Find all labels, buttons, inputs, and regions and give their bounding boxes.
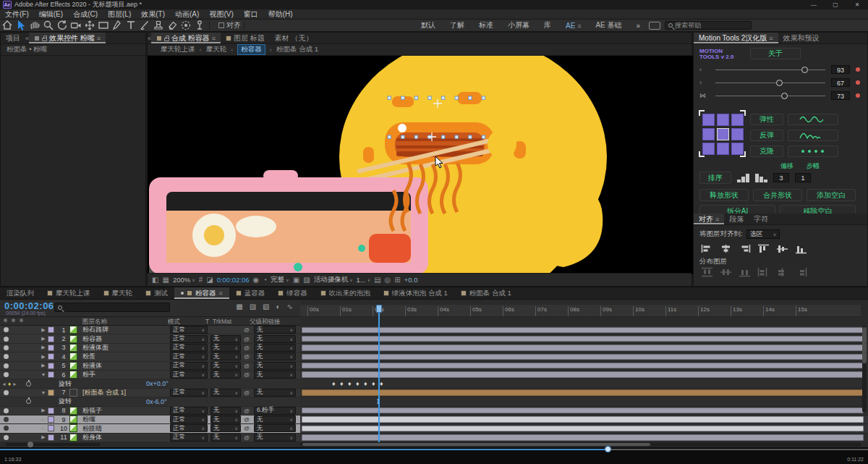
layer-track[interactable] — [300, 407, 868, 416]
keyframe-dot-icon[interactable] — [856, 93, 860, 98]
rectangle-tool-icon[interactable] — [96, 20, 110, 31]
layer-name[interactable]: 粉容器 — [82, 334, 170, 344]
anchor-grid[interactable] — [702, 114, 744, 155]
layer-duration-bar[interactable] — [302, 336, 864, 342]
layer-row-7[interactable]: ▼7[粉面条 合成 1]正常∨无∨@无∨ — [0, 389, 868, 397]
parent-dropdown[interactable]: 无∨ — [254, 344, 300, 352]
sort-ascending-icon[interactable] — [737, 174, 749, 182]
layer-name[interactable]: [粉面条 合成 1] — [82, 388, 170, 397]
elastic-curve-icon[interactable] — [788, 114, 838, 125]
pick-whip-icon[interactable]: @ — [244, 336, 254, 342]
zoom-slider-thumb[interactable] — [27, 442, 33, 447]
timeline-tab-1[interactable]: 摩天轮上课 — [41, 287, 97, 299]
twirl-icon[interactable]: ▼ — [39, 372, 48, 377]
workspace-ae-tab[interactable]: AE ≡ — [558, 22, 588, 30]
elastic-button[interactable]: 弹性 — [750, 114, 783, 125]
shy-layers-icon[interactable]: ▨ — [250, 303, 256, 311]
workspace-3[interactable]: 小屏幕 — [501, 20, 537, 30]
workspace-0[interactable]: 默认 — [414, 20, 443, 30]
align-checkbox[interactable] — [218, 22, 224, 28]
property-value[interactable]: 0x-6.0° — [146, 398, 167, 405]
mini-flowchart-icon[interactable]: ▩ — [236, 303, 242, 311]
timeline-tab-7[interactable]: 吹出来的泡泡 — [314, 287, 377, 299]
layer-duration-bar[interactable] — [302, 371, 864, 377]
align-top-icon[interactable] — [757, 244, 770, 254]
layer-track[interactable] — [300, 434, 868, 442]
layer-track[interactable] — [300, 334, 868, 343]
layer-row-10[interactable]: ▶10粉眼睛正常∨无∨@无∨ — [0, 424, 868, 433]
layer-duration-bar[interactable] — [302, 354, 864, 360]
trkmat-dropdown[interactable]: 无∨ — [210, 362, 244, 370]
slider-track[interactable] — [715, 96, 825, 96]
tab-effect-controls[interactable]: 效果控件 粉嘴 ≡ — [29, 33, 106, 43]
layer-track[interactable] — [300, 362, 868, 371]
eye-icon[interactable] — [4, 426, 9, 431]
align-bottom-icon[interactable] — [795, 244, 807, 254]
stamp-tool-icon[interactable] — [151, 20, 165, 31]
slider-knob[interactable] — [776, 80, 783, 86]
trkmat-dropdown[interactable]: 无∨ — [210, 434, 244, 442]
twirl-icon[interactable]: ▶ — [39, 327, 48, 333]
viewer-tab-0[interactable]: 合成 粉容器≡ — [151, 33, 221, 43]
resolution-dropdown[interactable]: 完整∨ — [271, 275, 289, 284]
layer-name[interactable]: 粉嘴 — [82, 415, 170, 424]
zoom-tool-icon[interactable] — [41, 20, 55, 31]
workspace-2[interactable]: 标准 — [472, 20, 501, 30]
eye-icon[interactable] — [4, 408, 9, 413]
timeline-tab-2[interactable]: 摩天轮 — [97, 287, 140, 299]
layer-duration-bar[interactable] — [302, 389, 864, 395]
magnification-icon[interactable]: ◧ — [152, 276, 158, 284]
trkmat-dropdown[interactable]: 无∨ — [210, 407, 244, 415]
frame-blend-icon[interactable]: ▧ — [263, 303, 269, 311]
camera-dropdown[interactable]: 活动摄像机∨ — [314, 275, 353, 284]
stopwatch-icon[interactable] — [26, 399, 31, 404]
timeline-tab-0[interactable]: 渲染队列 — [0, 287, 41, 299]
label-color-swatch[interactable] — [48, 425, 58, 431]
stride-value-field[interactable]: 1 — [795, 173, 811, 182]
label-color-swatch[interactable] — [48, 371, 58, 378]
layer-row-11[interactable]: ▶11粉身体正常∨无∨@无∨ — [0, 434, 868, 442]
twirl-icon[interactable]: ▶ — [39, 408, 48, 413]
snapshot-icon[interactable]: ◉ — [253, 276, 260, 284]
menu-item-0[interactable]: 文件(F) — [0, 9, 34, 20]
timeline-tab-5[interactable]: 蓝容器 — [229, 287, 272, 299]
workspace-1[interactable]: 了解 — [443, 20, 472, 30]
parent-dropdown[interactable]: 无∨ — [254, 434, 300, 442]
selection-tool-icon[interactable] — [14, 20, 27, 31]
menu-item-6[interactable]: 视图(V) — [204, 9, 238, 20]
align-right-icon[interactable] — [739, 244, 751, 254]
layer-name[interactable]: 粉液体面 — [82, 343, 170, 353]
slider-track[interactable] — [715, 83, 825, 83]
mode-dropdown[interactable]: 正常∨ — [170, 344, 210, 352]
distribute-right-icon[interactable] — [795, 267, 807, 277]
parent-dropdown[interactable]: 无∨ — [254, 371, 300, 379]
layer-track[interactable] — [300, 389, 868, 397]
mode-dropdown[interactable]: 正常∨ — [170, 416, 210, 423]
parent-dropdown[interactable]: 无∨ — [254, 353, 300, 360]
playhead[interactable] — [378, 305, 380, 442]
close-button[interactable]: ✕ — [846, 0, 868, 9]
layer-row-1[interactable]: ▶1粉石路牌正常∨@无∨ — [0, 326, 868, 334]
mode-dropdown[interactable]: 正常∨ — [170, 424, 210, 432]
distribute-bottom-icon[interactable] — [739, 267, 751, 277]
mode-dropdown[interactable]: 正常∨ — [170, 335, 210, 343]
mode-dropdown[interactable]: 正常∨ — [170, 353, 210, 360]
layer-row-2[interactable]: ▶2粉容器正常∨无∨@无∨ — [0, 334, 868, 343]
preview-monitor-icon[interactable]: ▦ — [162, 276, 169, 284]
mode-dropdown[interactable]: 正常∨ — [170, 407, 210, 415]
eye-icon[interactable] — [4, 354, 9, 359]
player-progress-handle[interactable] — [605, 446, 611, 452]
trkmat-dropdown[interactable]: 无∨ — [210, 335, 244, 343]
menu-item-1[interactable]: 编辑(E) — [34, 9, 68, 20]
bounce-curve-icon[interactable] — [788, 130, 838, 141]
label-color-swatch[interactable] — [48, 326, 58, 333]
keyframe-icon[interactable]: ♦ — [356, 380, 359, 387]
bounce-button[interactable]: 反弹 — [750, 130, 783, 141]
align-center-h-icon[interactable] — [720, 244, 732, 254]
offset-value-field[interactable]: 3 — [773, 173, 789, 182]
label-color-swatch[interactable] — [48, 353, 58, 360]
pick-whip-icon[interactable]: @ — [244, 434, 254, 441]
timeline-tab-8[interactable]: 绿液体泡泡 合成 1 — [377, 287, 454, 299]
layer-row-8[interactable]: ▶8粉筷子正常∨无∨@6.粉手∨ — [0, 407, 868, 416]
parent-dropdown[interactable]: 无∨ — [254, 362, 300, 370]
